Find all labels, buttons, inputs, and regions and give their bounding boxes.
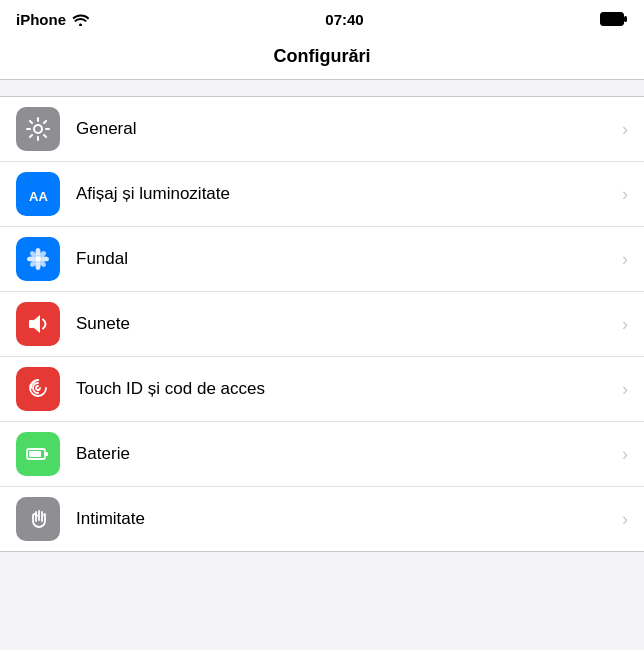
wallpaper-chevron: › [622, 249, 628, 270]
svg-rect-13 [29, 320, 34, 328]
wallpaper-icon [16, 237, 60, 281]
status-bar: iPhone 07:40 [0, 0, 644, 36]
battery-row-icon [25, 441, 51, 467]
settings-list: General › AA Afișaj și luminozitate › [0, 96, 644, 552]
privacy-chevron: › [622, 509, 628, 530]
svg-rect-0 [601, 13, 624, 26]
display-icon: AA [16, 172, 60, 216]
touchid-icon [16, 367, 60, 411]
sounds-icon [16, 302, 60, 346]
svg-rect-15 [45, 452, 48, 456]
settings-row-display[interactable]: AA Afișaj și luminozitate › [0, 162, 644, 227]
svg-text:AA: AA [29, 189, 48, 204]
battery-status-icon [600, 12, 628, 26]
privacy-label: Intimitate [76, 509, 614, 529]
svg-point-2 [34, 125, 42, 133]
settings-row-wallpaper[interactable]: Fundal › [0, 227, 644, 292]
settings-row-battery[interactable]: Baterie › [0, 422, 644, 487]
wifi-icon [72, 13, 89, 26]
flower-icon [25, 246, 51, 272]
settings-row-sounds[interactable]: Sunete › [0, 292, 644, 357]
settings-row-privacy[interactable]: Intimitate › [0, 487, 644, 551]
general-label: General [76, 119, 614, 139]
wallpaper-label: Fundal [76, 249, 614, 269]
svg-rect-1 [624, 16, 627, 22]
page-title: Configurări [274, 46, 371, 66]
sounds-chevron: › [622, 314, 628, 335]
display-chevron: › [622, 184, 628, 205]
settings-row-general[interactable]: General › [0, 97, 644, 162]
hand-icon [25, 506, 51, 532]
fingerprint-icon [25, 376, 51, 402]
battery-chevron: › [622, 444, 628, 465]
sounds-label: Sunete [76, 314, 614, 334]
gear-icon [25, 116, 51, 142]
general-icon [16, 107, 60, 151]
display-aa-icon: AA [25, 181, 51, 207]
display-label: Afișaj și luminozitate [76, 184, 614, 204]
status-right [600, 12, 628, 26]
nav-bar: Configurări [0, 36, 644, 80]
settings-row-touchid[interactable]: Touch ID și cod de acces › [0, 357, 644, 422]
device-name: iPhone [16, 11, 66, 28]
svg-rect-16 [29, 451, 41, 457]
general-chevron: › [622, 119, 628, 140]
touchid-chevron: › [622, 379, 628, 400]
status-left: iPhone [16, 11, 89, 28]
speaker-icon [25, 311, 51, 337]
battery-icon [16, 432, 60, 476]
status-time: 07:40 [89, 11, 600, 28]
privacy-icon [16, 497, 60, 541]
battery-label: Baterie [76, 444, 614, 464]
touchid-label: Touch ID și cod de acces [76, 379, 614, 399]
